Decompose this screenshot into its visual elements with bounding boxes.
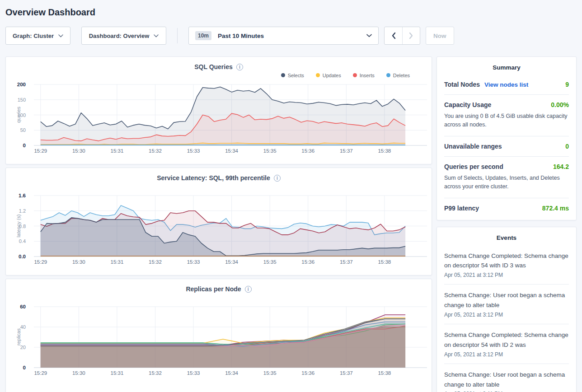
y-tick: 100: [18, 112, 26, 118]
view-nodes-link[interactable]: View nodes list: [484, 81, 528, 88]
time-nav-group: [384, 27, 420, 45]
graph-dropdown[interactable]: Graph: Cluster: [5, 27, 70, 45]
info-icon[interactable]: i: [236, 64, 243, 70]
event-timestamp: Apr 05, 2021 at 3:12 PM: [444, 272, 569, 278]
x-tick: 15:37: [340, 370, 353, 376]
legend-dot: [353, 73, 357, 77]
legend-item[interactable]: Updates: [316, 73, 341, 78]
time-range-label: Past 10 Minutes: [218, 33, 264, 39]
chart-legend: [6, 182, 432, 191]
summary-row-queries-per-second: Queries per second 164.2 Sum of Selects,…: [444, 163, 569, 191]
x-tick: 15:30: [72, 148, 85, 154]
chevron-right-icon: [409, 32, 413, 39]
chart-title: Replicas per Node: [186, 285, 241, 293]
x-tick: 15:33: [187, 259, 200, 265]
x-tick: 15:37: [340, 148, 353, 154]
event-item: Schema Change Completed: Schema change o…: [444, 330, 569, 358]
y-axis-ticks: 0.00.40.81.21.6: [6, 196, 30, 257]
summary-row-unavailable-ranges: Unavailable ranges 0: [444, 143, 569, 150]
divider: [444, 324, 569, 324]
y-tick: 50: [20, 127, 26, 133]
service-latency-panel: Service Latency: SQL, 99th percentile i …: [5, 168, 432, 275]
y-tick: 1.2: [19, 208, 26, 214]
legend-item[interactable]: Inserts: [353, 73, 375, 78]
now-button[interactable]: Now: [426, 27, 454, 45]
sql-queries-panel: SQL Queries i SelectsUpdatesInsertsDelet…: [5, 56, 432, 164]
chart-legend: SelectsUpdatesInsertsDeletes: [6, 70, 432, 80]
main-content: SQL Queries i SelectsUpdatesInsertsDelet…: [5, 56, 577, 392]
replicas-per-node-panel: Replicas per Node i replicas 0204060 15:…: [5, 279, 432, 392]
x-tick: 15:34: [225, 148, 238, 154]
sql-queries-chart: queries 050100150200 15:2915:3015:3115:3…: [6, 84, 432, 158]
summary-label: Capacity Usage: [444, 101, 491, 108]
time-range-badge: 10m: [195, 31, 211, 40]
x-axis-ticks: 15:2915:3015:3115:3215:3315:3415:3515:36…: [34, 370, 427, 378]
graph-dropdown-label: Graph: Cluster: [13, 33, 54, 39]
summary-value: 872.4 ms: [542, 205, 569, 212]
x-tick: 15:34: [225, 370, 238, 376]
time-range-dropdown[interactable]: 10m Past 10 Minutes: [188, 27, 379, 45]
plot-area[interactable]: [34, 196, 427, 257]
divider: [444, 156, 569, 157]
x-tick: 15:35: [263, 259, 277, 265]
service-latency-chart: latency (s) 0.00.40.81.21.6 15:2915:3015…: [6, 196, 432, 269]
y-tick: 0: [23, 143, 26, 148]
legend-dot: [386, 73, 390, 77]
info-icon[interactable]: i: [245, 286, 252, 293]
summary-note: You are using 0 B of 4.5 GiB usable disk…: [444, 112, 569, 130]
x-tick: 15:35: [263, 148, 277, 154]
plot-area[interactable]: [34, 84, 427, 145]
plot-area[interactable]: [34, 307, 427, 368]
x-tick: 15:31: [111, 259, 124, 265]
chart-header: Replicas per Node i: [6, 279, 432, 293]
chevron-down-icon: [154, 34, 159, 37]
x-tick: 15:32: [149, 370, 162, 376]
x-tick: 15:37: [340, 259, 353, 265]
divider: [444, 198, 569, 198]
x-tick: 15:31: [111, 370, 124, 376]
summary-label: Unavailable ranges: [444, 143, 502, 150]
x-axis-ticks: 15:2915:3015:3115:3215:3315:3415:3515:36…: [34, 259, 427, 266]
y-tick: 0.4: [19, 238, 26, 244]
x-tick: 15:32: [149, 148, 162, 154]
y-axis-ticks: 0204060: [6, 307, 30, 368]
summary-label: Queries per second: [444, 163, 503, 170]
y-tick: 0.0: [19, 254, 26, 259]
legend-dot: [316, 73, 320, 77]
divider: [444, 136, 569, 136]
event-message: Schema Change: User root began a schema …: [444, 290, 569, 310]
summary-row-total-nodes: Total Nodes View nodes list 9: [444, 81, 569, 88]
chart-title: SQL Queries: [194, 63, 233, 70]
sidebar-column: Summary Total Nodes View nodes list 9 Ca…: [436, 56, 577, 392]
summary-row-p99-latency: P99 latency 872.4 ms: [444, 205, 569, 212]
summary-title: Summary: [444, 64, 569, 71]
dashboard-dropdown[interactable]: Dashboard: Overview: [81, 27, 166, 45]
dashboard-dropdown-label: Dashboard: Overview: [89, 33, 150, 39]
events-title: Events: [444, 234, 569, 241]
y-tick: 0: [23, 365, 26, 370]
summary-value: 0: [565, 143, 569, 150]
chart-title: Service Latency: SQL, 99th percentile: [157, 174, 270, 182]
x-tick: 15:34: [225, 259, 238, 265]
x-tick: 15:30: [72, 259, 85, 265]
x-tick: 15:33: [187, 148, 200, 154]
info-icon[interactable]: i: [274, 175, 281, 182]
x-tick: 15:29: [34, 370, 47, 376]
overview-dashboard-page: Overview Dashboard Graph: Cluster Dashbo…: [0, 0, 582, 392]
y-tick: 0.8: [19, 224, 26, 229]
summary-note: Sum of Selects, Updates, Inserts, and De…: [444, 174, 569, 191]
replicas-per-node-chart: replicas 0204060 15:2915:3015:3115:3215:…: [6, 307, 432, 380]
chevron-left-icon: [391, 32, 396, 39]
y-tick: 40: [20, 324, 26, 330]
chevron-down-icon: [58, 34, 63, 37]
divider: [444, 94, 569, 95]
time-back-button[interactable]: [385, 27, 402, 44]
legend-item[interactable]: Selects: [281, 73, 304, 78]
time-forward-button[interactable]: [402, 27, 420, 44]
summary-value: 0.00%: [551, 101, 569, 108]
x-axis-ticks: 15:2915:3015:3115:3215:3315:3415:3515:36…: [34, 148, 427, 155]
event-message: Schema Change Completed: Schema change o…: [444, 330, 569, 350]
x-tick: 15:31: [111, 148, 124, 154]
legend-item[interactable]: Deletes: [386, 73, 410, 78]
event-item: Schema Change Completed: Schema change o…: [444, 251, 569, 279]
